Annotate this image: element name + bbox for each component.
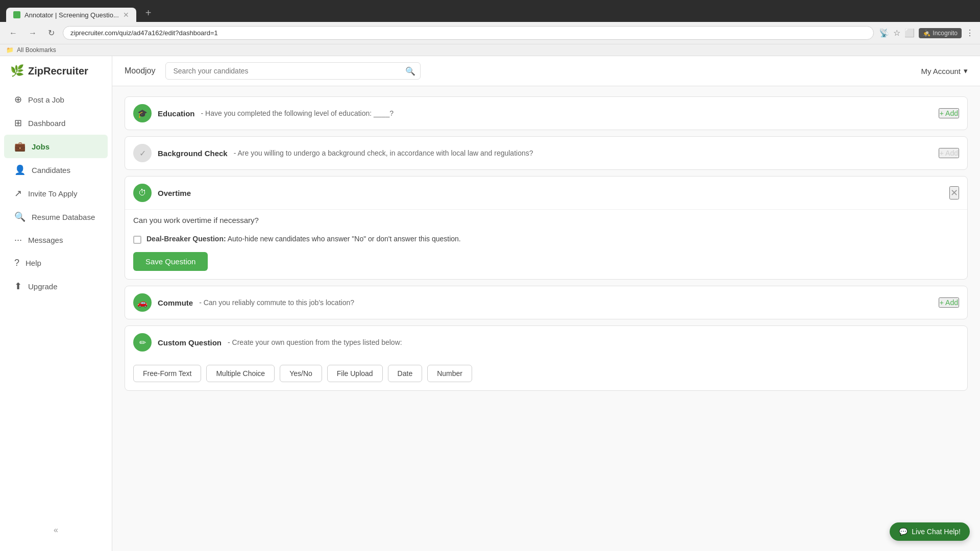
sidebar-item-jobs[interactable]: 💼 Jobs	[4, 135, 108, 158]
sidebar-item-post-job[interactable]: ⊕ Post a Job	[4, 88, 108, 111]
account-chevron-icon: ▾	[964, 66, 968, 76]
background-check-add-button[interactable]: + Add	[939, 148, 959, 158]
sidebar-collapse-button[interactable]: «	[0, 517, 112, 543]
upgrade-icon: ⬆	[14, 281, 22, 292]
overtime-card-header: ⏱ Overtime ✕	[125, 177, 967, 209]
sidebar-item-dashboard[interactable]: ⊞ Dashboard	[4, 111, 108, 135]
education-text: - Have you completed the following level…	[201, 109, 394, 117]
company-name: Moodjoy	[125, 66, 155, 76]
commute-icon: 🚗	[133, 293, 152, 312]
app-header: Moodjoy 🔍 My Account ▾	[112, 56, 980, 86]
custom-type-buttons: Free-Form Text Multiple Choice Yes/No Fi…	[133, 365, 959, 382]
candidates-icon: 👤	[14, 164, 26, 176]
custom-question-icon: ✏	[133, 333, 152, 352]
browser-chrome: Annotator | Screening Questio... ✕ +	[0, 0, 980, 22]
multiple-choice-button[interactable]: Multiple Choice	[206, 365, 275, 382]
tab-label: Annotator | Screening Questio...	[24, 11, 119, 19]
sidebar-item-label: Messages	[28, 236, 63, 244]
save-question-button[interactable]: Save Question	[133, 252, 208, 271]
menu-button[interactable]: ⋮	[966, 28, 974, 38]
cast-button[interactable]: 📡	[879, 28, 889, 38]
overtime-prompt: Can you work overtime if necessary?	[133, 216, 959, 224]
sidebar-item-label: Candidates	[32, 166, 70, 174]
file-upload-button[interactable]: File Upload	[327, 365, 383, 382]
overtime-title: Overtime	[158, 189, 191, 197]
browser-actions: 📡 ☆ ⬜ 🕵 Incognito ⋮	[879, 28, 974, 38]
post-job-icon: ⊕	[14, 94, 22, 105]
sidebar-logo: 🌿 ZipRecruiter	[0, 64, 112, 88]
search-input[interactable]	[165, 62, 421, 80]
sidebar-item-label: Upgrade	[28, 282, 58, 291]
background-check-icon: ✓	[133, 144, 152, 162]
commute-title: Commute	[158, 298, 193, 307]
background-check-text: - Are you willing to undergo a backgroun…	[234, 149, 533, 157]
live-chat-button[interactable]: 💬 Live Chat Help!	[890, 522, 970, 541]
forward-button[interactable]: →	[26, 27, 40, 40]
collapse-icon: «	[54, 525, 58, 535]
active-tab[interactable]: Annotator | Screening Questio... ✕	[6, 8, 136, 22]
education-icon: 🎓	[133, 104, 152, 122]
date-button[interactable]: Date	[388, 365, 423, 382]
custom-question-body: Free-Form Text Multiple Choice Yes/No Fi…	[125, 359, 967, 390]
sidebar-item-help[interactable]: ? Help	[4, 252, 108, 274]
commute-add-button[interactable]: + Add	[939, 297, 959, 308]
deal-breaker-row: Deal-Breaker Question: Auto-hide new can…	[133, 235, 959, 244]
back-button[interactable]: ←	[6, 27, 20, 40]
sidebar-item-label: Invite To Apply	[28, 189, 77, 198]
education-question-card: 🎓 Education - Have you completed the fol…	[125, 96, 968, 130]
bookmark-button[interactable]: ☆	[893, 28, 900, 38]
overtime-icon: ⏱	[133, 184, 152, 202]
account-menu[interactable]: My Account ▾	[921, 66, 968, 76]
sidebar-item-label: Post a Job	[28, 95, 64, 104]
sidebar-item-resume-database[interactable]: 🔍 Resume Database	[4, 205, 108, 229]
education-add-button[interactable]: + Add	[939, 108, 959, 118]
sidebar-item-upgrade[interactable]: ⬆ Upgrade	[4, 274, 108, 298]
custom-question-title: Custom Question	[158, 338, 222, 347]
live-chat-icon: 💬	[899, 528, 908, 536]
number-button[interactable]: Number	[427, 365, 472, 382]
deal-breaker-description: Auto-hide new candidates who answer "No"…	[228, 235, 461, 243]
incognito-label: Incognito	[933, 30, 958, 37]
account-label: My Account	[921, 67, 961, 76]
app-container: 🌿 ZipRecruiter ⊕ Post a Job ⊞ Dashboard …	[0, 56, 980, 551]
tab-close-button[interactable]: ✕	[123, 11, 129, 19]
sidebar-item-label: Dashboard	[28, 119, 65, 128]
commute-question-card: 🚗 Commute - Can you reliably commute to …	[125, 286, 968, 319]
invite-icon: ↗	[14, 188, 22, 199]
tab-favicon	[13, 11, 20, 18]
sidebar-item-label: Help	[26, 259, 41, 267]
help-icon: ?	[14, 258, 19, 268]
custom-question-card: ✏ Custom Question - Create your own ques…	[125, 325, 968, 391]
messages-icon: ···	[14, 235, 22, 245]
reload-button[interactable]: ↻	[45, 26, 58, 40]
commute-text: - Can you reliably commute to this job's…	[199, 298, 354, 307]
sidebar-item-invite-to-apply[interactable]: ↗ Invite To Apply	[4, 182, 108, 205]
logo-text: ZipRecruiter	[28, 65, 88, 77]
logo-icon: 🌿	[10, 64, 24, 78]
sidebar-item-candidates[interactable]: 👤 Candidates	[4, 158, 108, 182]
free-form-text-button[interactable]: Free-Form Text	[133, 365, 201, 382]
sidebar-item-label: Jobs	[32, 142, 50, 151]
live-chat-label: Live Chat Help!	[912, 528, 961, 536]
resume-icon: 🔍	[14, 211, 26, 222]
extensions-button[interactable]: ⬜	[904, 28, 915, 38]
sidebar: 🌿 ZipRecruiter ⊕ Post a Job ⊞ Dashboard …	[0, 56, 112, 551]
search-icon: 🔍	[405, 66, 415, 76]
commute-card-header: 🚗 Commute - Can you reliably commute to …	[125, 286, 967, 319]
sidebar-item-messages[interactable]: ··· Messages	[4, 229, 108, 252]
bookmarks-label: All Bookmarks	[17, 46, 56, 54]
custom-question-text: - Create your own question from the type…	[228, 338, 402, 346]
address-bar[interactable]: ziprecruiter.com/quiz/ad47a162/edit?dash…	[63, 26, 874, 40]
yes-no-button[interactable]: Yes/No	[280, 365, 322, 382]
background-check-title: Background Check	[158, 149, 228, 158]
deal-breaker-checkbox[interactable]	[133, 236, 141, 244]
education-card-header: 🎓 Education - Have you completed the fol…	[125, 97, 967, 130]
new-tab-button[interactable]: +	[138, 4, 159, 22]
overtime-close-button[interactable]: ✕	[949, 186, 959, 199]
education-title: Education	[158, 109, 195, 118]
incognito-icon: 🕵	[923, 30, 930, 37]
deal-breaker-text: Deal-Breaker Question: Auto-hide new can…	[146, 235, 461, 243]
deal-breaker-label: Deal-Breaker Question:	[146, 235, 226, 243]
url-text: ziprecruiter.com/quiz/ad47a162/edit?dash…	[70, 29, 218, 37]
dashboard-icon: ⊞	[14, 117, 22, 129]
